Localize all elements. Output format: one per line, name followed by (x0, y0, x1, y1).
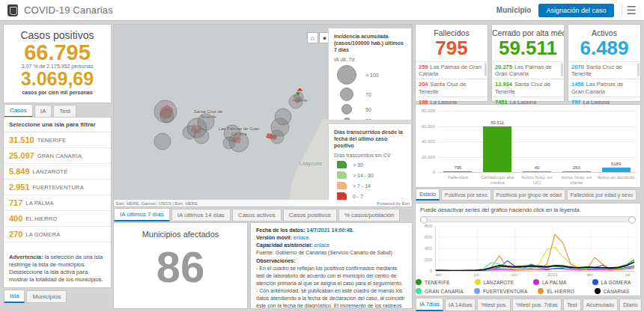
tab-casos-positivos[interactable]: Casos positivos (283, 209, 337, 221)
tab-municipios[interactable]: Municipios (26, 290, 67, 303)
tab-estado[interactable]: Estado (416, 189, 440, 201)
island-row-la-gomera[interactable]: 270LA GOMERA (4, 227, 111, 242)
warning-label: Advertencia: (9, 254, 43, 260)
circle-size-swatch (344, 117, 350, 120)
series-name: FUERTEVENTURA (483, 289, 528, 294)
source-line: Fuente: Gobierno de Canarias (Servicio C… (256, 249, 407, 257)
series-name: CANARIAS (604, 289, 630, 294)
slider-handle-left[interactable] (420, 216, 428, 224)
islands-warning: Advertencia: la selección de una isla re… (4, 254, 111, 284)
tab-ia-7dias[interactable]: IA 7días (416, 298, 443, 311)
municipio-label[interactable]: Municipio (496, 6, 532, 14)
series-tabbar: IA 7días IA 14días %test pos. %test pos.… (416, 298, 642, 311)
island-cases: 400 (9, 214, 22, 223)
tab-positivos-edad[interactable]: Positivos por grupo de edad (493, 189, 565, 201)
tab-test-pos-7dias[interactable]: %test pos. 7días (512, 299, 561, 311)
bar-chart-categories: FallecidosCerrado por alta médicaActivo … (438, 175, 636, 186)
island-name: FUERTEVENTURA (33, 184, 84, 191)
bar-1[interactable] (483, 126, 511, 172)
bar-0[interactable] (443, 171, 472, 172)
legend-row: > 100 (334, 65, 406, 85)
legend-item-la-palma[interactable]: LA PALMA (533, 279, 582, 285)
legend-item-tenerife[interactable]: TENERIFE (416, 279, 464, 285)
menu-icon[interactable]: ☰ (622, 4, 637, 16)
canarias-government-logo-icon (7, 4, 18, 16)
bar-3[interactable] (562, 171, 591, 172)
island-row-la-palma[interactable]: 717LA PALMA (4, 195, 111, 211)
series-color-dot (416, 279, 422, 285)
legend-item-la-gomera[interactable]: LA GOMERA (592, 279, 641, 285)
tab-fallecidos-edad-sexo[interactable]: Fallecidos por edad y sexo (567, 189, 637, 201)
line-chart-plot-area[interactable] (435, 226, 634, 272)
deaths-list: 259Las Palmas de Gran Canaria 204Santa C… (416, 61, 487, 108)
days-legend-subtitle: Días trascurridos sin CV (334, 153, 406, 158)
island-cases: 270 (9, 230, 22, 239)
capacity-label: Capacidad asistencial: (256, 242, 312, 248)
list-item: 20.275Las Palmas de Gran Canaria (492, 61, 564, 79)
legend-item-fuerteventura[interactable]: FUERTEVENTURA (474, 288, 528, 294)
island-row-el-hierro[interactable]: 400EL HIERRO (4, 211, 111, 227)
scrollbar[interactable] (561, 63, 563, 76)
municipalities-card: Municipios afectados 86 (113, 222, 248, 309)
closed-list: 20.275Las Palmas de Gran Canaria 12.934S… (492, 61, 564, 108)
closed-value: 59.511 (492, 37, 564, 59)
series-name: LA PALMA (542, 280, 567, 285)
bar-2[interactable] (523, 171, 551, 172)
island-name: LANZAROTE (33, 168, 68, 175)
item-value: 20.275 (495, 64, 512, 70)
tab-casos[interactable]: Casos (4, 104, 33, 117)
color-swatch (337, 161, 347, 168)
mobile-link[interactable]: enlace. (294, 235, 311, 240)
legend-item-gran-canaria[interactable]: GRAN CANARIA (416, 288, 464, 294)
tab-ia-14-dias[interactable]: IA últimos 14 días (171, 209, 231, 221)
islands-tabbar: Isla Municipios (4, 290, 67, 303)
color-swatch (337, 192, 347, 200)
circle-size-swatch (340, 88, 353, 101)
tab-diario[interactable]: Diario (619, 299, 642, 311)
assign-case-button[interactable]: Asignación del caso (538, 4, 613, 17)
legend-item-el-hierro[interactable]: EL HIERRO (538, 288, 583, 294)
island-name: LA PALMA (25, 200, 53, 207)
tab-test[interactable]: Test (53, 105, 76, 117)
tab-test-pos[interactable]: %test pos. (477, 299, 511, 311)
series-color-dot (592, 279, 598, 285)
island-row-gran-canaria[interactable]: 25.097GRAN CANARIA (4, 148, 111, 164)
legend-label: > 30 (353, 162, 363, 168)
scrollbar[interactable] (484, 63, 487, 76)
item-value: 204 (419, 81, 428, 88)
item-value: 12.934 (495, 81, 512, 88)
circle-size-swatch (341, 104, 352, 114)
legend-item-lanzarote[interactable]: LANZAROTE (475, 279, 523, 285)
tab-casos-activos[interactable]: Casos activos (232, 209, 282, 221)
capacity-link[interactable]: enlace (314, 242, 329, 248)
island-row-lanzarote[interactable]: 5.849LANZAROTE (4, 164, 111, 180)
tab-ia-14dias[interactable]: IA 14días (445, 299, 476, 311)
incidence-legend-subtitle: IA últ. 7d (334, 57, 406, 62)
bar-chart-plot[interactable]: 79559.511402606189 (438, 111, 636, 172)
line-chart-ylabels: 8006004002000 (417, 226, 434, 271)
island-row-tenerife[interactable]: 31.510TENERIFE (4, 132, 111, 148)
list-item: 1456Las Palmas de Gran Canaria (568, 79, 640, 97)
tab-ia-7-dias[interactable]: IA últimos 7 días (114, 208, 170, 221)
scrollbar[interactable] (637, 63, 640, 76)
tab-acumulado[interactable]: Acumulado (583, 299, 619, 311)
home-extent-button[interactable]: ⌂ (307, 32, 318, 43)
chart-hint-text: Puede desactivar series del gráfico haci… (416, 204, 640, 213)
tab-isla[interactable]: Isla (4, 290, 25, 303)
island-row-fuerteventura[interactable]: 2.951FUERTEVENTURA (4, 180, 111, 195)
slider-handle-right[interactable] (628, 216, 636, 224)
series-name: TENERIFE (425, 280, 450, 285)
series-name: GRAN CANARIA (425, 289, 464, 294)
tab-positivos-sexo[interactable]: Positivos por sexo (441, 189, 491, 201)
legend-item-canarias[interactable]: CANARIAS (595, 288, 640, 294)
tab-casos-poblacion[interactable]: % casos/población (338, 209, 401, 221)
item-value: 259 (419, 64, 428, 70)
days-legend: Días transcurridos desde la fecha del úl… (328, 123, 412, 207)
tab-ia[interactable]: IA (34, 105, 52, 117)
legend-label: > 14 - 30 (353, 173, 374, 178)
tab-test[interactable]: Test (563, 299, 581, 311)
time-range-slider[interactable] (420, 216, 636, 222)
bar-4[interactable] (602, 168, 631, 172)
map-canvas[interactable]: Santa Cruz de Tenerife Las Palmas de Gra… (113, 24, 413, 207)
series-color-dot (595, 288, 601, 294)
